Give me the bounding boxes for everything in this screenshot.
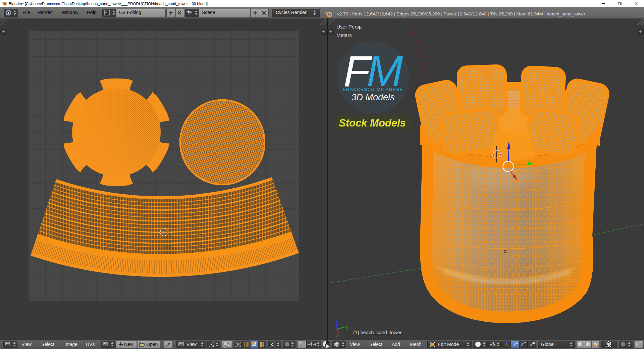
svg-text:i: i	[8, 11, 9, 15]
svg-text:y: y	[346, 325, 348, 330]
svg-text:3D Models: 3D Models	[351, 92, 394, 102]
svg-text:z: z	[335, 317, 337, 322]
svg-text:x: x	[336, 333, 338, 338]
svg-text:Meters: Meters	[336, 32, 352, 38]
svg-text:FRANCESCO MILANESE: FRANCESCO MILANESE	[343, 87, 403, 92]
svg-text:User Persp: User Persp	[336, 24, 362, 30]
svg-text:(1) beach_sand_tower: (1) beach_sand_tower	[353, 330, 401, 335]
svg-text:Stock Models: Stock Models	[339, 117, 406, 129]
